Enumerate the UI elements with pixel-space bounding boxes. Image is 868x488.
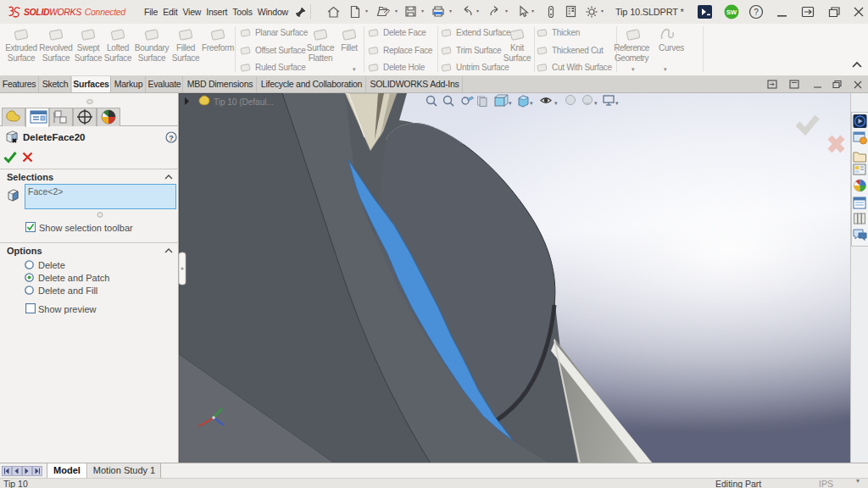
svg-text:SW: SW — [726, 8, 737, 16]
svg-text:▾: ▾ — [615, 100, 619, 106]
svg-text:?: ? — [169, 134, 174, 142]
svg-text:▾: ▾ — [554, 100, 558, 106]
svg-text:▾: ▾ — [530, 100, 533, 106]
svg-text:▾: ▾ — [509, 100, 512, 106]
svg-text:Tip 10 (Defaul...: Tip 10 (Defaul... — [214, 97, 274, 107]
svg-text:▾: ▾ — [594, 100, 598, 106]
svg-text:?: ? — [754, 8, 759, 17]
